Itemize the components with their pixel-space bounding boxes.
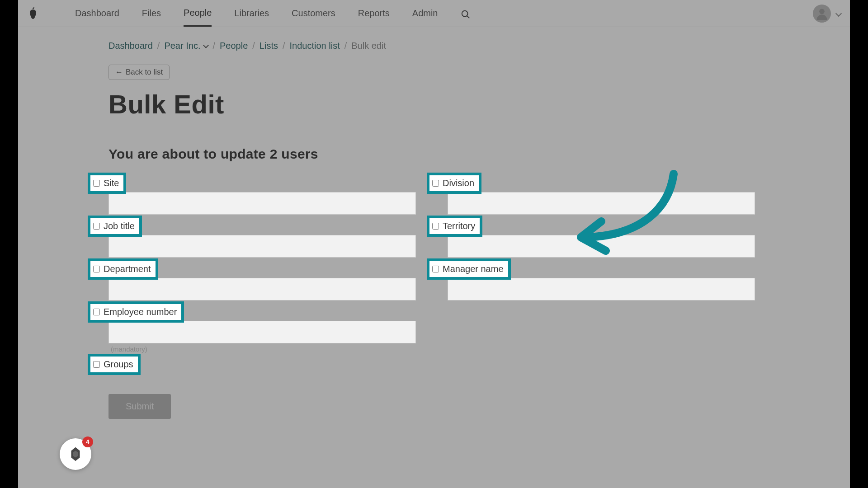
crumb-induction-list[interactable]: Induction list — [290, 41, 340, 51]
submit-button[interactable]: Submit — [108, 394, 171, 419]
field-job-title: Job title — [90, 218, 416, 258]
search-icon[interactable] — [461, 8, 471, 19]
field-division-checkbox[interactable] — [432, 180, 439, 187]
field-manager-name-input[interactable] — [448, 278, 755, 300]
field-division-label[interactable]: Division — [429, 175, 479, 191]
field-department-checkbox[interactable] — [93, 266, 100, 272]
field-job-title-label[interactable]: Job title — [90, 218, 139, 234]
field-site: Site — [90, 175, 416, 215]
field-site-input[interactable] — [108, 192, 416, 215]
page-title: Bulk Edit — [108, 89, 760, 119]
field-territory-checkbox[interactable] — [432, 223, 439, 230]
field-groups: Groups — [90, 357, 416, 372]
field-department-label[interactable]: Department — [90, 261, 156, 277]
arrow-left-icon: ← — [115, 68, 123, 77]
svg-point-0 — [462, 10, 467, 16]
chevron-down-icon — [835, 10, 842, 16]
nav-libraries[interactable]: Libraries — [234, 1, 269, 26]
chevron-down-icon — [203, 42, 209, 48]
field-territory-input[interactable] — [448, 235, 755, 258]
field-department: Department — [90, 261, 416, 300]
field-groups-label[interactable]: Groups — [90, 357, 138, 372]
field-employee-number: Employee number (mandatory) — [90, 304, 416, 353]
nav-items: Dashboard Files People Libraries Custome… — [75, 0, 471, 27]
field-job-title-checkbox[interactable] — [93, 223, 100, 230]
help-widget[interactable]: 4 — [60, 438, 91, 470]
crumb-lists[interactable]: Lists — [259, 41, 278, 51]
field-employee-number-helper: (mandatory) — [111, 345, 416, 353]
field-territory: Territory — [429, 218, 755, 258]
avatar-icon — [813, 5, 831, 23]
breadcrumb: Dashboard / Pear Inc. / People / Lists /… — [108, 41, 760, 51]
back-to-list-button[interactable]: ← Back to list — [108, 65, 170, 80]
crumb-company[interactable]: Pear Inc. — [164, 41, 208, 51]
nav-files[interactable]: Files — [142, 1, 161, 26]
user-menu[interactable] — [813, 5, 841, 23]
app-logo-icon[interactable] — [27, 6, 39, 21]
field-territory-label[interactable]: Territory — [429, 218, 480, 234]
nav-reports[interactable]: Reports — [358, 1, 390, 26]
crumb-people[interactable]: People — [220, 41, 248, 51]
svg-line-1 — [467, 15, 469, 18]
field-job-title-input[interactable] — [108, 235, 416, 258]
field-employee-number-checkbox[interactable] — [93, 309, 100, 315]
field-division: Division — [429, 175, 755, 215]
nav-people[interactable]: People — [184, 0, 212, 27]
page-subtitle: You are about to update 2 users — [108, 146, 760, 162]
field-groups-checkbox[interactable] — [93, 361, 100, 368]
nav-customers[interactable]: Customers — [292, 1, 335, 26]
top-nav: Dashboard Files People Libraries Custome… — [18, 0, 850, 27]
notification-badge: 4 — [82, 436, 93, 447]
field-division-input[interactable] — [448, 192, 755, 215]
form-col-left: Site Job title Depar — [90, 175, 416, 419]
field-manager-name: Manager name — [429, 261, 755, 300]
field-department-input[interactable] — [108, 278, 416, 300]
crumb-current: Bulk edit — [351, 41, 386, 51]
form-col-right: Division Territory M — [429, 175, 755, 419]
field-manager-name-checkbox[interactable] — [432, 266, 439, 272]
crumb-dashboard[interactable]: Dashboard — [108, 41, 153, 51]
field-employee-number-input[interactable] — [108, 321, 416, 343]
nav-admin[interactable]: Admin — [412, 1, 438, 26]
field-site-checkbox[interactable] — [93, 180, 100, 187]
field-manager-name-label[interactable]: Manager name — [429, 261, 508, 277]
field-employee-number-label[interactable]: Employee number — [90, 304, 181, 320]
field-site-label[interactable]: Site — [90, 175, 123, 191]
svg-point-2 — [819, 9, 825, 14]
nav-dashboard[interactable]: Dashboard — [75, 1, 119, 26]
